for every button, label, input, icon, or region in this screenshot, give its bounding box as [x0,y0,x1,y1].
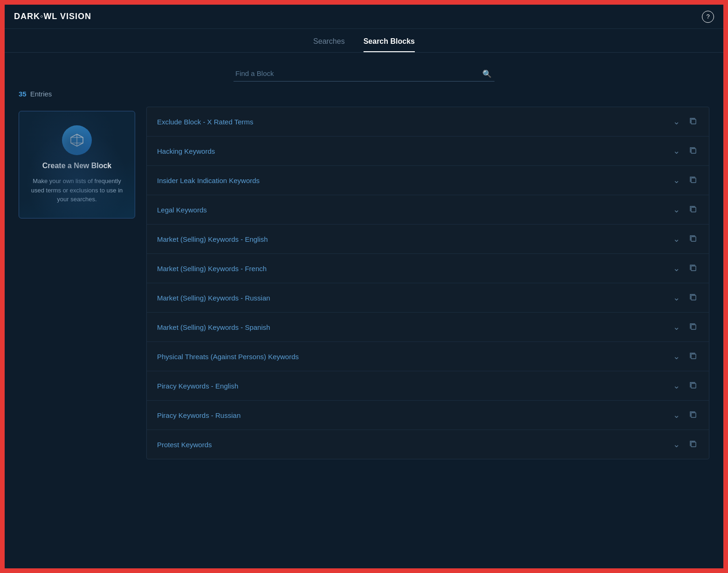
copy-icon[interactable] [687,381,699,391]
chevron-down-icon[interactable]: ⌄ [671,262,682,274]
chevron-down-icon[interactable]: ⌄ [671,321,682,333]
block-list-item[interactable]: Physical Threats (Against Persons) Keywo… [147,342,709,371]
tab-search-blocks[interactable]: Search Blocks [364,37,415,52]
block-item-name: Insider Leak Indication Keywords [157,177,260,184]
copy-icon[interactable] [687,146,699,157]
block-item-name: Exclude Block - X Rated Terms [157,118,253,126]
block-item-actions: ⌄ [671,350,699,362]
block-item-name: Piracy Keywords - Russian [157,411,240,419]
create-block-title: Create a New Block [42,162,112,170]
block-item-name: Market (Selling) Keywords - Russian [157,294,270,302]
block-list-item[interactable]: Market (Selling) Keywords - French ⌄ [147,254,709,283]
svg-rect-11 [691,325,696,329]
chevron-down-icon[interactable]: ⌄ [671,204,682,216]
block-list-item[interactable]: Protest Keywords ⌄ [147,430,709,459]
block-item-actions: ⌄ [671,116,699,128]
logo: DARK◦WL VISION [14,12,91,21]
copy-icon[interactable] [687,205,699,215]
copy-icon[interactable] [687,234,699,245]
block-list-item[interactable]: Market (Selling) Keywords - Spanish ⌄ [147,313,709,342]
top-nav: DARK◦WL VISION ? [5,5,723,29]
block-list-item[interactable]: Piracy Keywords - Russian ⌄ [147,401,709,430]
entries-header: 35 Entries [19,90,135,103]
chevron-down-icon[interactable]: ⌄ [671,233,682,245]
block-icon-circle [62,125,92,155]
block-item-name: Protest Keywords [157,441,212,449]
block-item-name: Market (Selling) Keywords - French [157,265,267,273]
svg-rect-4 [691,119,696,124]
help-icon: ? [706,13,709,20]
copy-icon[interactable] [687,293,699,303]
chevron-down-icon[interactable]: ⌄ [671,409,682,421]
create-block-card[interactable]: Create a New Block Make your own lists o… [19,111,135,218]
copy-icon[interactable] [687,175,699,186]
block-item-name: Legal Keywords [157,206,207,214]
svg-rect-9 [691,266,696,271]
entries-count: 35 [19,90,27,98]
app-wrapper: DARK◦WL VISION ? Searches Search Blocks … [5,5,723,568]
block-item-actions: ⌄ [671,292,699,304]
block-item-name: Market (Selling) Keywords - Spanish [157,323,270,331]
block-item-actions: ⌄ [671,262,699,274]
block-item-actions: ⌄ [671,321,699,333]
block-item-actions: ⌄ [671,204,699,216]
chevron-down-icon[interactable]: ⌄ [671,292,682,304]
search-container: 🔍 [234,66,494,82]
block-list-item[interactable]: Insider Leak Indication Keywords ⌄ [147,166,709,195]
block-item-actions: ⌄ [671,409,699,421]
svg-rect-13 [691,383,696,388]
block-item-actions: ⌄ [671,380,699,392]
block-list-item[interactable]: Exclude Block - X Rated Terms ⌄ [147,107,709,136]
chevron-down-icon[interactable]: ⌄ [671,116,682,128]
copy-icon[interactable] [687,263,699,274]
block-item-name: Piracy Keywords - English [157,382,238,390]
block-item-actions: ⌄ [671,438,699,450]
block-list-item[interactable]: Hacking Keywords ⌄ [147,136,709,166]
main-content: 35 Entries Create a New Block Make your … [5,90,723,568]
blocks-list: Exclude Block - X Rated Terms ⌄ Hacking … [146,107,709,459]
blocks-list-scroll: Exclude Block - X Rated Terms ⌄ Hacking … [146,107,709,459]
block-item-actions: ⌄ [671,174,699,186]
tab-searches[interactable]: Searches [313,37,345,52]
block-list-item[interactable]: Market (Selling) Keywords - English ⌄ [147,225,709,254]
create-block-description: Make your own lists of frequently used t… [29,177,124,204]
copy-icon[interactable] [687,410,699,421]
search-input[interactable] [234,66,494,82]
spacer [146,90,709,107]
svg-rect-14 [691,413,696,417]
left-panel: 35 Entries Create a New Block Make your … [19,90,135,554]
block-item-name: Market (Selling) Keywords - English [157,235,268,243]
svg-rect-15 [691,442,696,447]
help-icon-button[interactable]: ? [702,11,714,23]
copy-icon[interactable] [687,351,699,362]
chevron-down-icon[interactable]: ⌄ [671,350,682,362]
svg-rect-8 [691,237,696,241]
right-panel: Exclude Block - X Rated Terms ⌄ Hacking … [146,90,709,554]
search-area: 🔍 [5,53,723,90]
tabs-bar: Searches Search Blocks [5,29,723,53]
chevron-down-icon[interactable]: ⌄ [671,145,682,157]
block-item-actions: ⌄ [671,233,699,245]
block-item-name: Hacking Keywords [157,147,215,155]
chevron-down-icon[interactable]: ⌄ [671,380,682,392]
block-list-item[interactable]: Legal Keywords ⌄ [147,195,709,225]
copy-icon[interactable] [687,116,699,127]
svg-rect-6 [691,178,696,183]
chevron-down-icon[interactable]: ⌄ [671,174,682,186]
svg-rect-7 [691,207,696,212]
svg-rect-12 [691,354,696,359]
block-list-item[interactable]: Market (Selling) Keywords - Russian ⌄ [147,283,709,313]
copy-icon[interactable] [687,439,699,450]
block-item-name: Physical Threats (Against Persons) Keywo… [157,353,299,361]
block-list-item[interactable]: Piracy Keywords - English ⌄ [147,371,709,401]
block-item-actions: ⌄ [671,145,699,157]
svg-rect-10 [691,295,696,300]
svg-rect-5 [691,149,696,153]
search-icon: 🔍 [482,69,492,78]
chevron-down-icon[interactable]: ⌄ [671,438,682,450]
entries-label: Entries [30,90,52,98]
copy-icon[interactable] [687,322,699,333]
logo-text: DARK◦WL VISION [14,12,91,21]
